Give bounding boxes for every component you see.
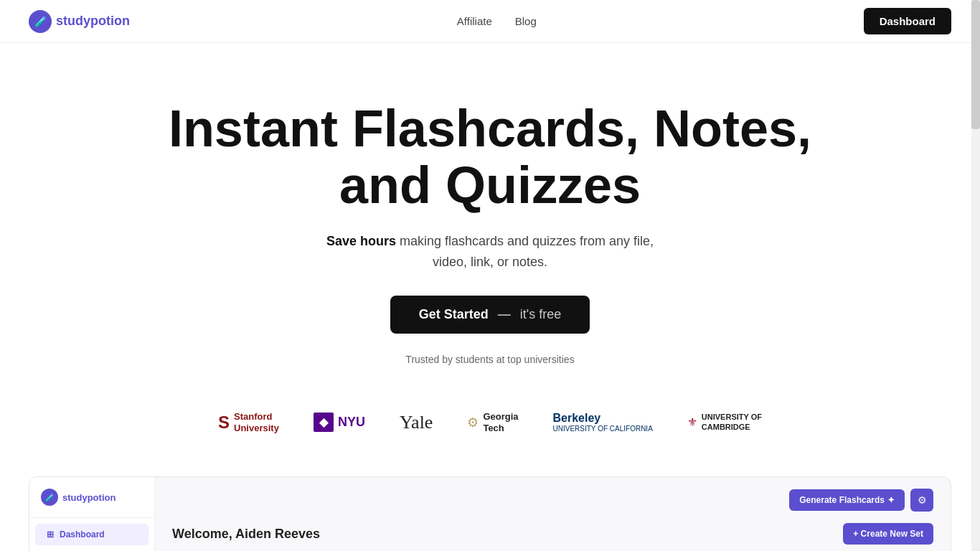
hero-title: Instant Flashcards, Notes, and Quizzes — [167, 100, 813, 214]
yale-logo: Yale — [400, 412, 433, 433]
gatech-icon: ⚙ — [467, 415, 479, 430]
welcome-message: Welcome, Aiden Reeves — [172, 527, 320, 542]
nav-links: Affiliate Blog — [457, 15, 537, 27]
sidebar-item-dashboard[interactable]: ⊞ Dashboard — [35, 524, 149, 545]
dashboard-icon: ⊞ — [47, 529, 54, 540]
dashboard-main: Generate Flashcards ✦ ⚙ Welcome, Aiden R… — [155, 477, 951, 551]
hero-section: Instant Flashcards, Notes, and Quizzes S… — [0, 43, 980, 394]
settings-icon: ⚙ — [918, 494, 927, 506]
dashboard-preview: 🧪 studypotion ⊞ Dashboard ⚡ Generate Fla… — [29, 476, 951, 551]
universities-section: S StanfordUniversity ◆ NYU Yale ⚙ Georgi… — [0, 394, 980, 462]
nyu-text: NYU — [338, 415, 365, 430]
gatech-logo: ⚙ GeorgiaTech — [467, 411, 518, 433]
stanford-logo: S StanfordUniversity — [218, 411, 279, 433]
logo-text: studypotion — [56, 14, 130, 29]
sidebar-logo: 🧪 studypotion — [29, 489, 154, 518]
sidebar-logo-text: studypotion — [62, 492, 116, 503]
yale-text: Yale — [400, 412, 433, 433]
blog-link[interactable]: Blog — [515, 15, 537, 27]
sidebar-logo-icon: 🧪 — [41, 489, 58, 506]
cambridge-logo: ⚜ UNIVERSITY OFCAMBRIDGE — [687, 413, 762, 431]
affiliate-link[interactable]: Affiliate — [457, 15, 492, 27]
generate-flashcards-button[interactable]: Generate Flashcards ✦ — [789, 489, 905, 511]
logo-link[interactable]: 🧪 studypotion — [29, 10, 130, 33]
settings-button[interactable]: ⚙ — [910, 489, 933, 512]
dashboard-header: Generate Flashcards ✦ ⚙ — [172, 489, 933, 512]
nyu-box: ◆ — [314, 413, 334, 432]
berkeley-logo: Berkeley UNIVERSITY OF CALIFORNIA — [553, 412, 653, 433]
page-scrollbar[interactable] — [971, 0, 980, 551]
berkeley-sub: UNIVERSITY OF CALIFORNIA — [553, 425, 653, 433]
scrollbar-thumb[interactable] — [971, 0, 980, 129]
get-started-button[interactable]: Get Started — it's free — [390, 296, 590, 334]
cambridge-icon: ⚜ — [687, 415, 697, 429]
stanford-icon: S — [218, 413, 230, 433]
sidebar-item-generate[interactable]: ⚡ Generate Flashcards — [29, 545, 154, 551]
hero-subtitle: Save hours making flashcards and quizzes… — [311, 231, 669, 273]
logo-icon: 🧪 — [29, 10, 52, 33]
top-right-actions: Generate Flashcards ✦ ⚙ — [789, 489, 933, 512]
cambridge-text: UNIVERSITY OFCAMBRIDGE — [702, 413, 762, 431]
nyu-logo: ◆ NYU — [314, 413, 365, 432]
trusted-text: Trusted by students at top universities — [29, 354, 951, 365]
create-new-set-button[interactable]: + Create New Set — [843, 523, 933, 545]
navbar: 🧪 studypotion Affiliate Blog Dashboard — [0, 0, 980, 43]
stanford-text: StanfordUniversity — [234, 411, 279, 433]
dashboard-sidebar: 🧪 studypotion ⊞ Dashboard ⚡ Generate Fla… — [29, 477, 155, 551]
sidebar-dashboard-label: Dashboard — [60, 529, 105, 540]
dashboard-button[interactable]: Dashboard — [864, 8, 951, 34]
gatech-text: GeorgiaTech — [483, 411, 518, 433]
